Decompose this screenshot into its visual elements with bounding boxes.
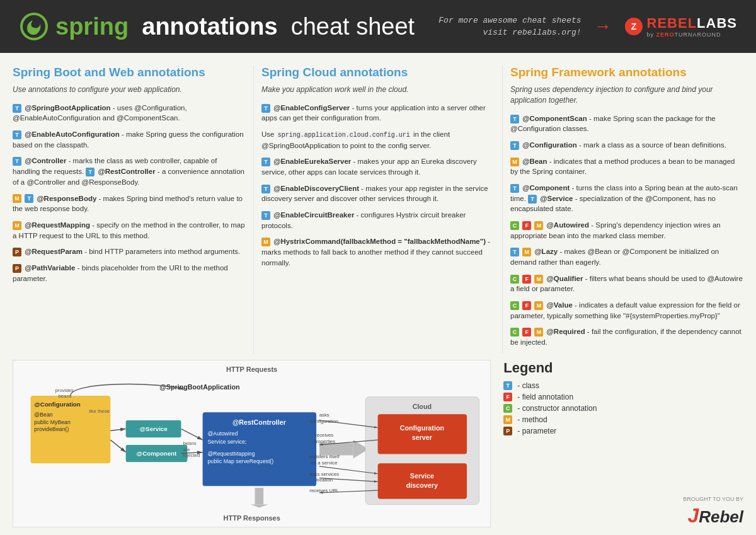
legend-param-label: - parameter: [517, 427, 556, 435]
svg-text:public MyBean: public MyBean: [34, 418, 71, 425]
svg-text:@Bean: @Bean: [34, 411, 52, 418]
svg-text:server: server: [412, 434, 433, 441]
svg-text:Cloud: Cloud: [413, 403, 432, 410]
legend-constructor-label: - constructor annotation: [517, 404, 597, 413]
annotation-lazy: T M @Lazy - makes @Bean or @Component be…: [510, 246, 743, 267]
rebel-labs-text: REBELLABS: [647, 15, 737, 32]
badge-T: T: [25, 194, 33, 203]
svg-text:asks: asks: [319, 412, 329, 418]
diagram-section: HTTP Requests @SpringBootApplication @Co…: [13, 360, 491, 527]
badge-T: T: [510, 141, 519, 150]
annotation-enablediscoveryclient: T @EnableDiscoveryClient - makes your ap…: [261, 183, 495, 204]
legend-field: F - field annotation: [503, 393, 737, 401]
ann-name: @EnableDiscoveryClient: [273, 185, 359, 192]
badge-M: M: [261, 238, 270, 246]
ann-name: @RequestMapping: [25, 221, 90, 229]
annotation-requestmapping: M @RequestMapping - specify on the metho…: [13, 220, 246, 241]
annotation-value: C F M @Value - indicates a default value…: [510, 300, 743, 321]
ann-name: @Controller: [25, 157, 66, 164]
col2-title: Spring Cloud annotations: [261, 66, 495, 79]
svg-text:beans: beans: [58, 393, 71, 399]
annotation-bean: M @Bean - indicates that a method produc…: [510, 156, 743, 177]
svg-text:public Map serveRequest(): public Map serveRequest(): [207, 458, 273, 464]
annotation-autowired: C F M @Autowired - Spring's dependency i…: [510, 220, 743, 241]
col1-title: Spring Boot and Web annotations: [13, 66, 246, 79]
annotation-required: C F M @Required - fail the configuration…: [510, 326, 743, 347]
badge-F: F: [522, 301, 531, 310]
col2-subtitle: Make you application work well in the cl…: [261, 84, 495, 95]
ann-name-service: @Service: [540, 195, 573, 202]
ann-name: @SpringBootApplication: [25, 104, 110, 112]
svg-text:@Autowired: @Autowired: [207, 430, 238, 437]
badge-P-legend: P: [503, 427, 512, 435]
annotation-enableeurekaserver: T @EnableEurekaServer - makes your app a…: [261, 156, 495, 177]
annotation-componentscan: T @ComponentScan - make Spring scan the …: [510, 113, 743, 134]
badge-M: M: [510, 158, 519, 166]
badge-T: T: [510, 248, 519, 256]
ann-name: @EnableCircuitBreaker: [273, 211, 354, 219]
badge-F: F: [522, 275, 531, 284]
ann-name: @PathVariable: [25, 264, 75, 272]
ann-name: @Configuration: [522, 141, 577, 149]
badge-T: T: [261, 185, 270, 193]
col3-subtitle: Spring uses dependency injection to conf…: [510, 84, 743, 106]
badge-T: T: [13, 157, 21, 166]
ann-name: @Lazy: [534, 248, 558, 255]
legend-class: T - class: [503, 381, 737, 390]
ann-name: @HystrixCommand(fallbackMethod = "fallba…: [273, 238, 486, 245]
badge-M: M: [13, 221, 21, 230]
legend-section: Legend T - class F - field annotation C …: [497, 360, 743, 527]
legend-method: M - method: [503, 415, 737, 424]
svg-text:Service: Service: [410, 471, 434, 479]
legend-constructor: C - constructor annotation: [503, 404, 737, 413]
badge-T: T: [13, 104, 21, 113]
annotation-enablecircuitbreaker: T @EnableCircuitBreaker - configures Hys…: [261, 210, 495, 231]
bottom-section: HTTP Requests @SpringBootApplication @Co…: [0, 360, 756, 534]
legend-method-label: - method: [517, 415, 547, 424]
ann-name: @Value: [547, 301, 573, 309]
arrow-icon: →: [594, 16, 612, 37]
col-spring-framework: Spring Framework annotations Spring uses…: [503, 66, 743, 354]
legend-param: P - parameter: [503, 427, 737, 435]
svg-text:@Configuration: @Configuration: [34, 401, 80, 408]
col3-title: Spring Framework annotations: [510, 66, 743, 79]
badge-T: T: [261, 158, 270, 166]
legend-field-label: - field annotation: [517, 393, 573, 401]
annotation-springbootapplication: T @SpringBootApplication - uses @Configu…: [13, 103, 246, 124]
header-tagline: For more awesome cheat sheetsvisit rebel…: [438, 14, 581, 39]
rebel-labs-subtext: by ZEROTURNAROUND: [647, 32, 737, 38]
badge-F-legend: F: [503, 393, 512, 401]
legend-items: T - class F - field annotation C - const…: [503, 381, 737, 435]
jrebel-logo-area: BROUGHT TO YOU BY JRebel: [683, 496, 743, 527]
badge-T: T: [528, 195, 537, 204]
badge-C: C: [510, 301, 519, 310]
ann-name: @ComponentScan: [522, 115, 587, 122]
badge-M: M: [522, 248, 531, 256]
badge-C: C: [510, 275, 519, 284]
badge-T-legend: T: [503, 381, 512, 390]
col1-subtitle: Use annotations to configure your web ap…: [13, 84, 246, 95]
svg-text:Service service;: Service service;: [207, 439, 246, 445]
badge-M: M: [13, 194, 21, 203]
brought-by-text: BROUGHT TO YOU BY: [683, 496, 743, 502]
legend-title: Legend: [503, 360, 737, 376]
spring-logo-icon: [19, 11, 49, 42]
ann-name: @EnableConfigServer: [273, 104, 350, 112]
header-left: spring annotations cheat sheet: [19, 11, 415, 42]
ann-name: @ResponseBody: [37, 195, 96, 202]
annotation-pathvariable: P @PathVariable - binds placeholder from…: [13, 263, 246, 284]
rebel-labs-logo: Z REBELLABS by ZEROTURNAROUND: [624, 15, 737, 38]
header-right: For more awesome cheat sheetsvisit rebel…: [438, 14, 737, 39]
svg-text:injected: injected: [183, 452, 200, 458]
http-requests-label: HTTP Requests: [18, 365, 485, 373]
annotation-controller: T @Controller - marks the class as web c…: [13, 156, 246, 187]
main-content: Spring Boot and Web annotations Use anno…: [0, 53, 756, 360]
svg-text:registers itself: registers itself: [309, 454, 340, 459]
svg-text:beans: beans: [183, 440, 196, 446]
svg-text:like these: like these: [89, 408, 110, 414]
ann-name: @Bean: [522, 158, 547, 165]
ann-name: @Qualifier: [547, 275, 583, 282]
badge-M: M: [534, 328, 543, 337]
ann-name: @EnableAutoConfiguration: [25, 130, 119, 138]
badge-C: C: [510, 221, 519, 230]
